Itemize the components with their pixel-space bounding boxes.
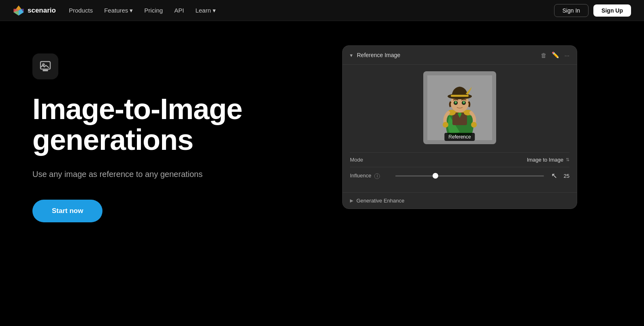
reference-image-container: Reference	[350, 71, 569, 144]
nav-products[interactable]: Products	[69, 7, 93, 14]
nav-links: Products Features ▾ Pricing API Learn ▾	[69, 7, 541, 14]
reference-image-panel: ▾ Reference Image 🗑 ✏️ ···	[342, 45, 577, 209]
slider-thumb	[433, 173, 438, 179]
nav-pricing[interactable]: Pricing	[144, 7, 163, 14]
mode-value[interactable]: Image to Image ⇅	[390, 157, 569, 163]
cursor-icon: ↖	[551, 171, 557, 180]
start-now-button[interactable]: Start now	[32, 200, 102, 222]
hero-left: Image-to-Image generations Use any image…	[32, 45, 275, 222]
influence-value: 25	[560, 173, 569, 179]
mode-arrows-icon: ⇅	[566, 157, 569, 162]
logo[interactable]: scenario	[13, 5, 56, 16]
mode-row: Mode Image to Image ⇅	[350, 152, 569, 167]
nav-features[interactable]: Features ▾	[104, 7, 133, 14]
nav-actions: Sign In Sign Up	[554, 4, 631, 17]
nav-api[interactable]: API	[174, 7, 184, 14]
expand-icon: ▶	[350, 198, 353, 203]
hero-section: Image-to-Image generations Use any image…	[0, 21, 644, 222]
panel-title: Reference Image	[357, 52, 537, 58]
info-icon[interactable]: i	[374, 173, 380, 179]
panel-body: Reference Mode Image to Image ⇅ Influenc…	[343, 65, 577, 192]
nav-learn[interactable]: Learn ▾	[195, 7, 215, 14]
mode-label: Mode	[350, 157, 390, 163]
reference-image: Reference	[423, 71, 496, 144]
svg-point-20	[456, 102, 456, 102]
hero-title: Image-to-Image generations	[32, 94, 275, 155]
sign-in-button[interactable]: Sign In	[554, 4, 589, 17]
svg-rect-15	[451, 95, 469, 97]
generative-enhance-row[interactable]: ▶ Generative Enhance	[343, 192, 577, 209]
panel-header: ▾ Reference Image 🗑 ✏️ ···	[343, 46, 577, 65]
delete-icon[interactable]: 🗑	[541, 52, 547, 59]
hero-right: ▾ Reference Image 🗑 ✏️ ···	[275, 45, 612, 209]
reference-label: Reference	[444, 133, 475, 141]
svg-point-24	[443, 122, 448, 128]
generative-enhance-label: Generative Enhance	[356, 198, 405, 204]
influence-slider[interactable]	[395, 175, 544, 177]
feature-icon-box	[32, 53, 58, 79]
svg-point-25	[471, 122, 477, 128]
influence-row: Influence i ↖ 25	[350, 167, 569, 184]
edit-icon[interactable]: ✏️	[552, 51, 559, 59]
chevron-down-icon: ▾	[130, 7, 133, 14]
influence-control: ↖ 25	[390, 171, 569, 180]
chibi-character	[427, 75, 492, 140]
svg-point-7	[43, 64, 44, 65]
influence-label: Influence i	[350, 173, 390, 179]
navbar: scenario Products Features ▾ Pricing API…	[0, 0, 644, 21]
chevron-down-icon: ▾	[213, 7, 216, 14]
more-options-icon[interactable]: ···	[564, 52, 569, 59]
collapse-icon[interactable]: ▾	[350, 52, 353, 58]
sign-up-button[interactable]: Sign Up	[593, 4, 631, 17]
logo-text: scenario	[28, 6, 56, 15]
svg-rect-8	[43, 70, 48, 71]
hero-subtitle: Use any image as reference to any genera…	[32, 168, 227, 180]
panel-header-actions: 🗑 ✏️ ···	[541, 51, 569, 59]
image-icon	[39, 60, 52, 73]
svg-point-21	[464, 102, 465, 102]
